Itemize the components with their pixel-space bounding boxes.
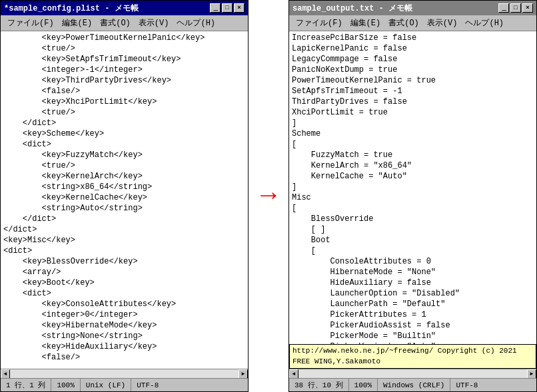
left-statusbar: 1 行、1 列 100% Unix (LF) UTF-8 — [1, 378, 248, 391]
right-status-position: 38 行、10 列 — [289, 379, 349, 391]
right-menu-view[interactable]: 表示(V) — [423, 17, 462, 29]
right-titlebar: sample_output.txt - メモ帳 ＿ □ × — [289, 1, 536, 15]
left-scroll-left[interactable]: ◄ — [1, 369, 10, 379]
left-editor-text[interactable]: <key>PowerTimeoutKernelPanic</key> <true… — [1, 31, 248, 369]
left-editor-content: <key>PowerTimeoutKernelPanic</key> <true… — [1, 31, 248, 369]
left-scroll-right[interactable]: ► — [239, 369, 248, 379]
right-menu-edit[interactable]: 編集(E) — [346, 17, 385, 29]
left-menu-view[interactable]: 表示(V) — [135, 17, 173, 29]
right-menu-file[interactable]: ファイル(F) — [292, 17, 346, 29]
left-scrollbar-horizontal[interactable]: ◄ ► — [1, 369, 248, 378]
left-titlebar: *sample_config.plist - メモ帳 ＿ □ × — [1, 1, 248, 15]
right-statusbar: 38 行、10 列 100% Windows (CRLF) UTF-8 — [289, 378, 536, 391]
desktop: *sample_config.plist - メモ帳 ＿ □ × ファイル(F)… — [0, 0, 537, 392]
right-window: sample_output.txt - メモ帳 ＿ □ × ファイル(F) 編集… — [288, 0, 537, 392]
right-title-left: sample_output.txt - メモ帳 — [292, 3, 412, 14]
right-status-zoom: 100% — [349, 379, 378, 391]
left-scroll-track[interactable] — [10, 369, 239, 379]
right-scroll-left[interactable]: ◄ — [289, 369, 298, 379]
left-status-lineending: Unix (LF) — [81, 379, 131, 391]
tooltip-box: http://www.neko.ne.jp/~freewing/ Copyrig… — [289, 344, 536, 369]
left-status-encoding: UTF-8 — [131, 379, 164, 391]
right-status-lineending: Windows (CRLF) — [378, 379, 450, 391]
left-window-title: *sample_config.plist - メモ帳 — [4, 3, 139, 14]
left-menu-file[interactable]: ファイル(F) — [3, 17, 58, 29]
right-editor-content: IncreasePciBarSize = false LapicKernelPa… — [289, 31, 536, 369]
left-titlebar-controls: ＿ □ × — [210, 3, 245, 13]
right-window-title: sample_output.txt - メモ帳 — [292, 3, 412, 14]
right-close-button[interactable]: × — [522, 3, 533, 13]
left-menu-format[interactable]: 書式(O) — [96, 17, 135, 29]
left-status-zoom: 100% — [51, 379, 80, 391]
right-minimize-button[interactable]: ＿ — [498, 3, 509, 13]
left-window: *sample_config.plist - メモ帳 ＿ □ × ファイル(F)… — [0, 0, 249, 392]
right-scrollbar-horizontal[interactable]: ◄ ► — [289, 369, 536, 378]
left-menubar: ファイル(F) 編集(E) 書式(O) 表示(V) ヘルプ(H) — [1, 15, 248, 31]
right-status-encoding: UTF-8 — [450, 379, 483, 391]
left-menu-edit[interactable]: 編集(E) — [58, 17, 97, 29]
left-minimize-button[interactable]: ＿ — [210, 3, 221, 13]
left-close-button[interactable]: × — [234, 3, 245, 13]
right-editor-text[interactable]: IncreasePciBarSize = false LapicKernelPa… — [289, 31, 536, 369]
right-menu-format[interactable]: 書式(O) — [384, 17, 423, 29]
arrow-container: → — [249, 0, 288, 392]
right-scroll-right[interactable]: ► — [527, 369, 536, 379]
left-menu-help[interactable]: ヘルプ(H) — [173, 17, 219, 29]
right-arrow-icon: → — [261, 183, 276, 210]
right-menubar: ファイル(F) 編集(E) 書式(O) 表示(V) ヘルプ(H) — [289, 15, 536, 31]
tooltip-text: http://www.neko.ne.jp/~freewing/ Copyrig… — [292, 347, 517, 365]
left-title-left: *sample_config.plist - メモ帳 — [4, 3, 139, 14]
right-scroll-track[interactable] — [298, 369, 527, 379]
right-titlebar-controls: ＿ □ × — [498, 3, 533, 13]
right-menu-help[interactable]: ヘルプ(H) — [461, 17, 508, 29]
left-status-position: 1 行、1 列 — [1, 379, 51, 391]
right-maximize-button[interactable]: □ — [510, 3, 521, 13]
left-maximize-button[interactable]: □ — [222, 3, 233, 13]
